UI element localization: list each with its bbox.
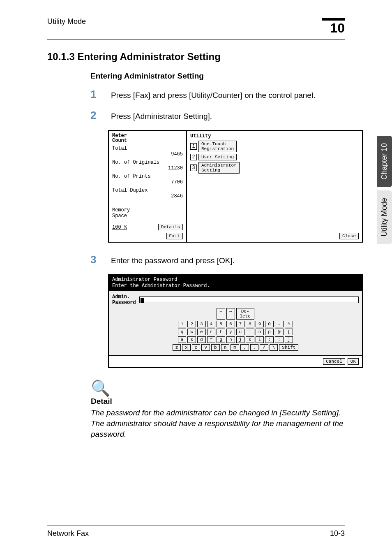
utility-option-label: One-Touch Registration: [198, 141, 237, 152]
meter-count-label: Meter Count: [112, 133, 183, 143]
step-item: 1 Press [Fax] and press [Utility/Counter…: [90, 88, 345, 101]
keyboard-key[interactable]: 6: [226, 321, 235, 327]
details-button[interactable]: Details: [158, 224, 183, 230]
keyboard-key[interactable]: ]: [285, 336, 293, 343]
keyboard-key[interactable]: 2: [187, 321, 196, 327]
arrow-right-key[interactable]: →: [226, 308, 235, 320]
keyboard-key[interactable]: .: [250, 344, 259, 351]
keyboard-row-a: asdfghjkl;:]: [112, 336, 359, 343]
meter-row: No. of Prints 7706: [112, 174, 183, 185]
keyboard-key[interactable]: t: [217, 329, 225, 335]
section-heading: 10.1.3 Entering Administrator Setting: [47, 51, 345, 63]
utility-option[interactable]: 1 One-Touch Registration: [190, 141, 359, 152]
step-item: 2 Press [Administrator Setting].: [90, 109, 345, 122]
keyboard-key[interactable]: d: [197, 336, 206, 343]
keyboard-key[interactable]: q: [178, 329, 187, 335]
keyboard-key[interactable]: j: [236, 336, 245, 343]
keyboard-key[interactable]: o: [256, 329, 264, 335]
utility-option-index: 1: [190, 143, 197, 150]
memory-space-label: Memory Space: [112, 207, 130, 219]
keyboard-key[interactable]: 3: [197, 321, 206, 327]
utility-option-label: Administrator Setting: [198, 162, 240, 174]
keyboard-key[interactable]: k: [246, 336, 254, 343]
utility-option[interactable]: 3 Administrator Setting: [190, 162, 359, 174]
shift-key[interactable]: Shift: [279, 344, 298, 351]
keyboard-key[interactable]: r: [207, 329, 216, 335]
keyboard-key[interactable]: n: [221, 344, 230, 351]
keyboard-key[interactable]: u: [236, 329, 245, 335]
keyboard-key[interactable]: s: [187, 336, 196, 343]
keyboard-key[interactable]: 9: [256, 321, 264, 327]
memory-space-value: 100 %: [112, 225, 127, 230]
keyboard-key[interactable]: w: [187, 329, 196, 335]
keyboard-key[interactable]: 1: [178, 321, 187, 327]
keyboard-key[interactable]: x: [182, 344, 191, 351]
keyboard-key[interactable]: a: [178, 336, 187, 343]
meter-row-label: No. of Prints: [112, 174, 183, 179]
keyboard-key[interactable]: g: [217, 336, 225, 343]
cancel-button[interactable]: Cancel: [323, 358, 345, 365]
section-subheading: Entering Administrator Setting: [47, 72, 345, 81]
magnifier-icon: 🔍: [91, 380, 345, 396]
meter-row: Total Duplex 2846: [112, 188, 183, 199]
delete-key[interactable]: De- lete: [236, 308, 254, 320]
running-title: Utility Mode: [47, 16, 86, 26]
keyboard-key[interactable]: 4: [207, 321, 216, 327]
arrow-left-key[interactable]: ←: [217, 308, 225, 320]
keyboard-key[interactable]: [: [285, 329, 293, 335]
exit-button[interactable]: Exit: [166, 233, 183, 239]
keyboard-key[interactable]: 5: [217, 321, 225, 327]
step-text: Press [Fax] and press [Utility/Counter] …: [111, 91, 315, 100]
keyboard-key[interactable]: h: [226, 336, 235, 343]
keyboard-key[interactable]: 8: [246, 321, 254, 327]
keyboard-key[interactable]: l: [256, 336, 264, 343]
meter-row: No. of Originals 11230: [112, 160, 183, 171]
keyboard-key[interactable]: v: [201, 344, 210, 351]
close-button[interactable]: Close: [339, 233, 359, 239]
keyboard-key[interactable]: e: [197, 329, 206, 335]
keyboard-key[interactable]: ^: [285, 321, 293, 327]
keyboard-key[interactable]: m: [231, 344, 239, 351]
footer-left: Network Fax: [47, 529, 89, 538]
keyboard-row-num: 1234567890-^: [112, 321, 359, 327]
utility-title: Utility: [190, 133, 359, 139]
keyboard-key[interactable]: :: [275, 336, 284, 343]
meter-count-pane: Meter Count Total 9465 No. of Originals …: [109, 131, 187, 242]
meter-row-value: 11230: [112, 165, 183, 171]
meter-row-value: 7706: [112, 179, 183, 185]
step-number: 3: [90, 253, 99, 266]
keyboard-key[interactable]: 7: [236, 321, 245, 327]
keyboard-key[interactable]: p: [265, 329, 274, 335]
utility-option-label: User Setting: [198, 154, 237, 160]
keyboard-key[interactable]: i: [246, 329, 254, 335]
step-text: Press [Administrator Setting].: [111, 112, 212, 121]
ok-button[interactable]: OK: [348, 358, 359, 365]
keyboard-key[interactable]: /: [260, 344, 268, 351]
step-number: 2: [90, 109, 99, 122]
utility-option[interactable]: 2 User Setting: [190, 154, 359, 160]
meter-row-label: No. of Originals: [112, 160, 183, 165]
keyboard-row-q: qwertyuiop@[: [112, 329, 359, 335]
meter-row-value: 2846: [112, 193, 183, 199]
keyboard-key[interactable]: ;: [265, 336, 274, 343]
meter-row: Total 9465: [112, 146, 183, 157]
keyboard-key[interactable]: -: [275, 321, 284, 327]
footer-right: 10-3: [330, 529, 345, 538]
keyboard-key[interactable]: b: [211, 344, 220, 351]
keyboard-key[interactable]: \: [270, 344, 278, 351]
meter-row-label: Total Duplex: [112, 188, 183, 193]
keyboard-key[interactable]: ,: [240, 344, 249, 351]
password-header-line1: Administrator Password: [112, 277, 359, 283]
password-input[interactable]: [139, 297, 359, 303]
step-number: 1: [90, 88, 99, 101]
keyboard-key[interactable]: 0: [265, 321, 274, 327]
password-header-line2: Enter the Administrator Password.: [112, 283, 359, 289]
keyboard-key[interactable]: y: [226, 329, 235, 335]
keyboard-key[interactable]: @: [275, 329, 284, 335]
chapter-number: 10: [330, 21, 345, 36]
keyboard-key[interactable]: f: [207, 336, 216, 343]
keyboard-key[interactable]: z: [173, 344, 181, 351]
chapter-indicator: 10: [322, 16, 345, 36]
keyboard-row-z: zxcvbnm,./\Shift: [112, 344, 359, 351]
keyboard-key[interactable]: c: [192, 344, 201, 351]
